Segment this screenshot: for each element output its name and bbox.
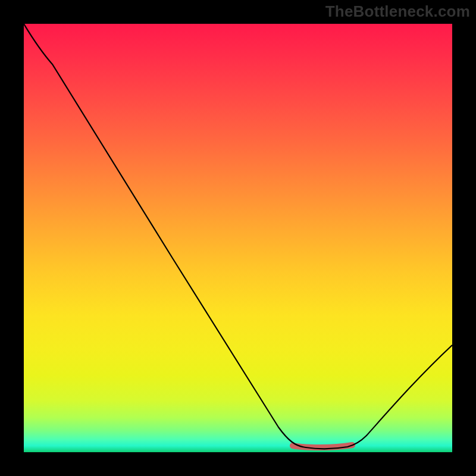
bottleneck-curve <box>24 24 452 449</box>
plot-area <box>24 24 452 452</box>
watermark-text: TheBottleneck.com <box>325 2 470 21</box>
curve-layer <box>24 24 452 452</box>
chart-frame: TheBottleneck.com <box>0 0 476 476</box>
